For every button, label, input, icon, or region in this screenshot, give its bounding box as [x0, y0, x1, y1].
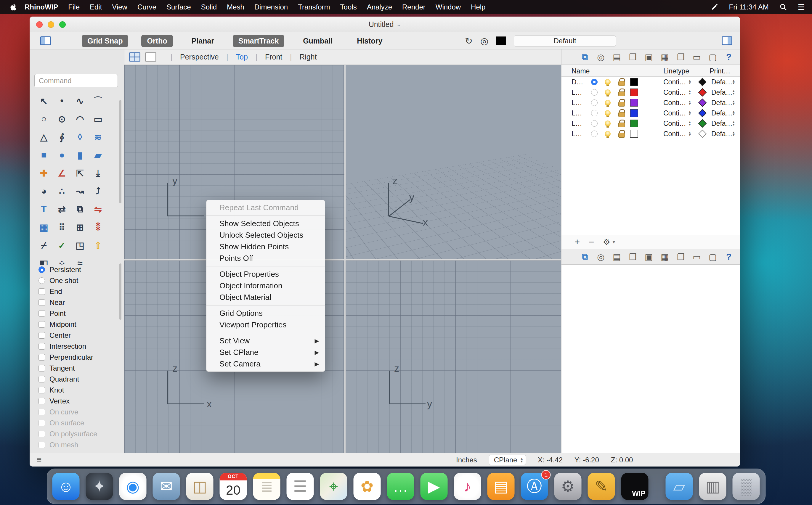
- layer-color-swatch[interactable]: [630, 120, 638, 127]
- current-layer-radio[interactable]: [591, 79, 597, 85]
- zoom-button[interactable]: [59, 21, 66, 28]
- menu-item-object-material[interactable]: Object Material: [207, 292, 325, 303]
- viewport-perspective[interactable]: [346, 65, 561, 259]
- finder-dock-icon[interactable]: ☺: [52, 473, 80, 500]
- print-width-stepper-icon[interactable]: [732, 131, 735, 137]
- box-tab-icon[interactable]: ❒: [628, 252, 638, 262]
- viewport-tab-front[interactable]: Front: [265, 53, 282, 61]
- osnap-near[interactable]: Near: [38, 297, 118, 308]
- menu-item-object-information[interactable]: Object Information: [207, 280, 325, 292]
- grid-tab-icon[interactable]: ▦: [660, 52, 670, 62]
- box-tool-icon[interactable]: ■: [38, 149, 50, 161]
- cylinder-tool-icon[interactable]: ▮: [74, 149, 86, 161]
- linetype-stepper-icon[interactable]: [689, 121, 691, 126]
- column-name[interactable]: Name: [571, 67, 589, 75]
- layer-options-dropdown[interactable]: ⚙ ▾: [603, 237, 615, 247]
- close-button[interactable]: [36, 21, 43, 28]
- polygon-tool-icon[interactable]: △: [38, 131, 50, 143]
- layer-color-swatch[interactable]: [630, 78, 638, 86]
- osnap-knot[interactable]: Knot: [38, 384, 118, 395]
- menu-view[interactable]: View: [107, 3, 132, 11]
- current-layer-radio[interactable]: [591, 120, 597, 127]
- units-label[interactable]: Inches: [456, 456, 477, 464]
- circle-tool-icon[interactable]: ○: [38, 113, 50, 125]
- sweep-tool-icon[interactable]: ≋: [92, 131, 104, 143]
- menu-item-set-view[interactable]: Set View▶: [207, 335, 325, 347]
- rectangle-tool-icon[interactable]: ▭: [92, 113, 104, 125]
- menu-curve[interactable]: Curve: [132, 3, 161, 11]
- status-menu-icon[interactable]: ≡: [37, 455, 41, 465]
- checkbox-center[interactable]: [38, 332, 45, 339]
- viewport-layout-1-icon[interactable]: [145, 52, 156, 61]
- osnap-intersection[interactable]: Intersection: [38, 341, 118, 352]
- messages-dock-icon[interactable]: …: [387, 473, 414, 500]
- layer-visibility-bulb-icon[interactable]: [605, 79, 611, 85]
- panel-tab-icon[interactable]: ▭: [692, 252, 702, 262]
- notification-center-icon[interactable]: ☰: [798, 2, 805, 12]
- layer-visibility-bulb-icon[interactable]: [605, 100, 611, 106]
- downloads-folder-dock-icon[interactable]: ▱: [666, 473, 693, 500]
- linetype-stepper-icon[interactable]: [689, 90, 691, 95]
- layer-lock-icon[interactable]: [618, 89, 625, 96]
- point-cloud-tool-icon[interactable]: ∴: [56, 185, 68, 197]
- active-layer-color-swatch[interactable]: [496, 36, 506, 45]
- tool-palette-scrollbar[interactable]: [119, 100, 121, 203]
- current-layer-radio[interactable]: [591, 89, 597, 96]
- layers-tab-icon[interactable]: ⧉: [580, 252, 590, 262]
- menu-render[interactable]: Render: [397, 3, 431, 11]
- file-tab-icon[interactable]: ▤: [612, 252, 622, 262]
- menu-item-grid-options[interactable]: Grid Options: [207, 308, 325, 319]
- radio-persistent[interactable]: [38, 267, 45, 273]
- osnap-end[interactable]: End: [38, 286, 118, 297]
- checkbox-quadrant[interactable]: [38, 376, 45, 382]
- osnap-tangent[interactable]: Tangent: [38, 363, 118, 373]
- checkbox-vertex[interactable]: [38, 398, 45, 404]
- menu-app-name[interactable]: RhinoWIP: [19, 3, 63, 11]
- surface-tool-icon[interactable]: ◊: [74, 131, 86, 143]
- contacts-dock-icon[interactable]: ◫: [186, 473, 214, 500]
- arc-tool-icon[interactable]: ◠: [74, 113, 86, 125]
- archive-dock-icon[interactable]: ▥: [699, 473, 726, 500]
- cplane-dropdown[interactable]: CPlane: [489, 455, 526, 465]
- layer-material-diamond[interactable]: [698, 98, 707, 107]
- system-preferences-dock-icon[interactable]: ⚙: [554, 473, 582, 500]
- menu-edit[interactable]: Edit: [85, 3, 107, 11]
- osnap-scrollbar[interactable]: [119, 264, 121, 320]
- linetype-stepper-icon[interactable]: [689, 79, 691, 85]
- layer-material-diamond[interactable]: [698, 109, 707, 117]
- cage-edit-tool-icon[interactable]: ◳: [74, 239, 86, 251]
- print-width-stepper-icon[interactable]: [732, 90, 735, 95]
- menu-item-points-off[interactable]: Points Off: [207, 252, 325, 264]
- help-tab-icon[interactable]: ?: [724, 52, 734, 62]
- layer-material-diamond[interactable]: [698, 77, 707, 86]
- record-history-icon[interactable]: ↻: [465, 35, 472, 46]
- osnap-quadrant[interactable]: Quadrant: [38, 373, 118, 384]
- check-tool-icon[interactable]: ✓: [56, 239, 68, 251]
- menu-analyze[interactable]: Analyze: [362, 3, 397, 11]
- column-linetype[interactable]: Linetype: [663, 67, 689, 75]
- drafting-tool-icon[interactable]: ⤓: [92, 167, 104, 179]
- osnap-midpoint[interactable]: Midpoint: [38, 319, 118, 330]
- osnap-perpendicular[interactable]: Perpendicular: [38, 352, 118, 363]
- facetime-dock-icon[interactable]: ▶: [420, 473, 448, 500]
- toggle-smarttrack[interactable]: SmartTrack: [233, 35, 284, 47]
- layer-row[interactable]: L…Conti…Defa…: [561, 118, 740, 129]
- viewport-tab-top[interactable]: Top: [236, 53, 248, 61]
- menu-item-unlock-selected-objects[interactable]: Unlock Selected Objects: [207, 229, 325, 241]
- menu-clock[interactable]: Fri 11:34 AM: [729, 3, 769, 11]
- helix-tool-icon[interactable]: ∮: [56, 131, 68, 143]
- layer-color-swatch[interactable]: [630, 99, 638, 107]
- layer-material-diamond[interactable]: [698, 88, 707, 96]
- sphere-tool-icon[interactable]: ●: [56, 149, 68, 161]
- checkbox-point[interactable]: [38, 310, 45, 317]
- extrude-tool-icon[interactable]: ⇧: [92, 239, 104, 251]
- menu-item-show-hidden-points[interactable]: Show Hidden Points: [207, 241, 325, 252]
- trash-dock-icon[interactable]: ▒: [732, 473, 760, 500]
- curve-edit-tool-icon[interactable]: ↝: [74, 185, 86, 197]
- right-panel-toggle-icon[interactable]: [722, 36, 732, 45]
- print-width-stepper-icon[interactable]: [732, 100, 735, 106]
- snapshot-tab-icon[interactable]: ▣: [644, 52, 654, 62]
- osnap-mode-persistent[interactable]: Persistent: [38, 264, 118, 275]
- photos-dock-icon[interactable]: ✿: [354, 473, 381, 500]
- command-input[interactable]: [34, 74, 118, 87]
